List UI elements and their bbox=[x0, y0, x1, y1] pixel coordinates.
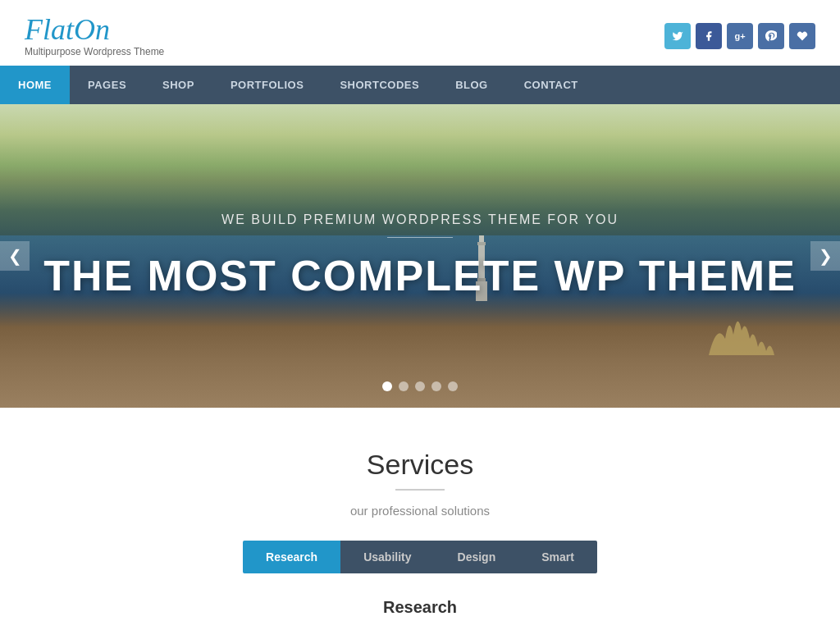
services-subtitle: our professional solutions bbox=[25, 504, 815, 518]
google-plus-icon[interactable]: g+ bbox=[727, 23, 753, 49]
hero-next-button[interactable]: ❯ bbox=[810, 241, 840, 271]
nav-blog[interactable]: BLOG bbox=[437, 66, 506, 104]
logo-flat: Flat bbox=[25, 13, 74, 46]
logo-on: On bbox=[74, 13, 110, 46]
hero-title: THE MOST COMPLETE WP THEME bbox=[43, 251, 797, 300]
header: FlatOn Multipurpose Wordpress Theme g+ bbox=[0, 0, 840, 66]
hero-dot-5[interactable] bbox=[448, 381, 458, 391]
tab-content-title: Research bbox=[74, 598, 766, 617]
hero-dot-2[interactable] bbox=[399, 381, 409, 391]
logo-area: FlatOn Multipurpose Wordpress Theme bbox=[25, 15, 164, 57]
nav-shop[interactable]: SHOP bbox=[144, 66, 212, 104]
main-nav: HOME PAGES SHOP PORTFOLIOS SHORTCODES BL… bbox=[0, 66, 840, 104]
hero-dots bbox=[382, 381, 458, 391]
hero-content: WE BUILD PREMIUM WORDPRESS THEME FOR YOU… bbox=[0, 104, 840, 408]
grass-decoration bbox=[709, 306, 774, 358]
social-icons-bar: g+ bbox=[664, 23, 815, 49]
pinterest-icon[interactable] bbox=[758, 23, 784, 49]
logo[interactable]: FlatOn bbox=[25, 15, 164, 44]
hero-dot-4[interactable] bbox=[431, 381, 441, 391]
nav-home[interactable]: HOME bbox=[0, 66, 70, 104]
nav-pages[interactable]: PAGES bbox=[70, 66, 144, 104]
hero-divider bbox=[387, 237, 453, 238]
nav-contact[interactable]: CONTACT bbox=[506, 66, 596, 104]
tab-usability[interactable]: Usability bbox=[340, 541, 434, 573]
logo-tagline: Multipurpose Wordpress Theme bbox=[25, 46, 164, 57]
tab-design[interactable]: Design bbox=[435, 541, 519, 573]
nav-shortcodes[interactable]: SHORTCODES bbox=[322, 66, 437, 104]
tab-smart[interactable]: Smart bbox=[518, 541, 597, 573]
hero-prev-button[interactable]: ❮ bbox=[0, 241, 30, 271]
services-section: Services our professional solutions Rese… bbox=[0, 408, 840, 630]
hero-slider: ❮ WE BUILD PREMIUM WORDPRESS THEME FOR Y… bbox=[0, 104, 840, 408]
tab-research[interactable]: Research bbox=[243, 541, 340, 573]
services-tabs: Research Usability Design Smart bbox=[243, 541, 597, 573]
hero-subtitle: WE BUILD PREMIUM WORDPRESS THEME FOR YOU bbox=[221, 212, 619, 227]
hero-dot-3[interactable] bbox=[415, 381, 425, 391]
hero-dot-1[interactable] bbox=[382, 381, 392, 391]
services-title: Services bbox=[25, 449, 815, 481]
twitter-icon[interactable] bbox=[664, 23, 691, 49]
services-divider bbox=[395, 489, 445, 491]
heart-icon[interactable] bbox=[789, 23, 815, 49]
facebook-icon[interactable] bbox=[696, 23, 722, 49]
tab-content-area: Research bbox=[25, 598, 815, 617]
nav-portfolios[interactable]: PORTFOLIOS bbox=[212, 66, 322, 104]
